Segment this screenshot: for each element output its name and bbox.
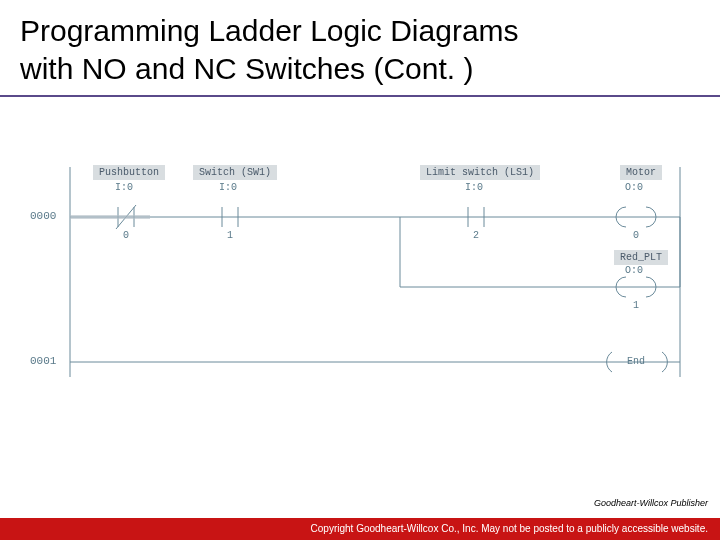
- slide-title: Programming Ladder Logic Diagrams with N…: [0, 0, 720, 95]
- rung-number-0: 0000: [30, 210, 56, 222]
- red-plt-label: Red_PLT: [614, 250, 668, 265]
- red-plt-addr: O:0: [625, 265, 643, 276]
- title-underline: [0, 95, 720, 97]
- copyright-footer: Copyright Goodheart-Willcox Co., Inc. Ma…: [0, 518, 720, 540]
- rung-number-1: 0001: [30, 355, 56, 367]
- motor-bit: 0: [633, 230, 639, 241]
- motor-addr: O:0: [625, 182, 643, 193]
- title-line-2: with NO and NC Switches (Cont. ): [20, 52, 473, 85]
- switch-label: Switch (SW1): [193, 165, 277, 180]
- pushbutton-label: Pushbutton: [93, 165, 165, 180]
- limit-switch-label: Limit switch (LS1): [420, 165, 540, 180]
- pushbutton-addr: I:0: [115, 182, 133, 193]
- svg-rect-14: [70, 215, 150, 219]
- ladder-svg: [0, 147, 720, 427]
- copyright-text: Copyright Goodheart-Willcox Co., Inc. Ma…: [311, 523, 708, 534]
- limit-switch-bit: 2: [473, 230, 479, 241]
- end-label: End: [627, 356, 645, 367]
- switch-addr: I:0: [219, 182, 237, 193]
- motor-label: Motor: [620, 165, 662, 180]
- pushbutton-bit: 0: [123, 230, 129, 241]
- limit-switch-addr: I:0: [465, 182, 483, 193]
- publisher-credit: Goodheart-Willcox Publisher: [594, 498, 708, 508]
- red-plt-bit: 1: [633, 300, 639, 311]
- title-line-1: Programming Ladder Logic Diagrams: [20, 14, 519, 47]
- switch-bit: 1: [227, 230, 233, 241]
- ladder-diagram: 0000 0001 Pushbutton I:0 0 Switch (SW1) …: [0, 147, 720, 427]
